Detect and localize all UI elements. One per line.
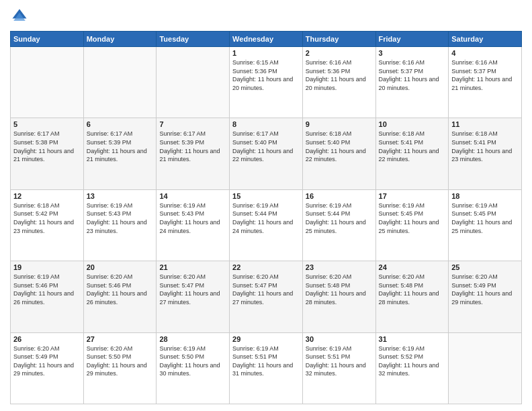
day-number: 14 bbox=[159, 192, 226, 200]
day-info: Sunrise: 6:19 AMSunset: 5:50 PMDaylight:… bbox=[159, 345, 226, 378]
calendar-cell: 30Sunrise: 6:19 AMSunset: 5:51 PMDayligh… bbox=[302, 332, 375, 404]
day-number: 22 bbox=[232, 263, 300, 271]
week-row-4: 19Sunrise: 6:19 AMSunset: 5:46 PMDayligh… bbox=[11, 261, 522, 332]
day-number: 28 bbox=[159, 335, 226, 343]
day-info: Sunrise: 6:17 AMSunset: 5:39 PMDaylight:… bbox=[87, 130, 154, 163]
day-header-tuesday: Tuesday bbox=[157, 32, 230, 47]
calendar-cell: 3Sunrise: 6:16 AMSunset: 5:37 PMDaylight… bbox=[375, 47, 449, 118]
day-info: Sunrise: 6:19 AMSunset: 5:52 PMDaylight:… bbox=[379, 345, 446, 378]
day-info: Sunrise: 6:16 AMSunset: 5:36 PMDaylight:… bbox=[306, 58, 373, 92]
calendar-cell: 16Sunrise: 6:19 AMSunset: 5:44 PMDayligh… bbox=[302, 189, 375, 261]
calendar-cell: 17Sunrise: 6:19 AMSunset: 5:45 PMDayligh… bbox=[375, 189, 449, 261]
day-number: 30 bbox=[306, 335, 373, 343]
day-number: 16 bbox=[306, 192, 373, 200]
calendar-cell: 11Sunrise: 6:18 AMSunset: 5:41 PMDayligh… bbox=[449, 118, 522, 189]
week-row-5: 26Sunrise: 6:20 AMSunset: 5:49 PMDayligh… bbox=[11, 332, 522, 404]
day-number: 26 bbox=[13, 335, 81, 343]
day-info: Sunrise: 6:19 AMSunset: 5:43 PMDaylight:… bbox=[159, 201, 226, 235]
calendar-cell: 26Sunrise: 6:20 AMSunset: 5:49 PMDayligh… bbox=[11, 332, 84, 404]
calendar-cell: 15Sunrise: 6:19 AMSunset: 5:44 PMDayligh… bbox=[230, 189, 303, 261]
day-info: Sunrise: 6:19 AMSunset: 5:46 PMDaylight:… bbox=[13, 273, 81, 306]
day-info: Sunrise: 6:20 AMSunset: 5:48 PMDaylight:… bbox=[379, 273, 446, 306]
day-header-saturday: Saturday bbox=[449, 32, 522, 47]
day-info: Sunrise: 6:19 AMSunset: 5:43 PMDaylight:… bbox=[87, 201, 154, 235]
day-number: 1 bbox=[232, 49, 300, 57]
calendar-cell: 12Sunrise: 6:18 AMSunset: 5:42 PMDayligh… bbox=[11, 189, 84, 261]
calendar-cell: 10Sunrise: 6:18 AMSunset: 5:41 PMDayligh… bbox=[375, 118, 449, 189]
calendar-cell: 6Sunrise: 6:17 AMSunset: 5:39 PMDaylight… bbox=[83, 118, 157, 189]
calendar-header-row: SundayMondayTuesdayWednesdayThursdayFrid… bbox=[11, 32, 522, 47]
day-number: 17 bbox=[379, 192, 446, 200]
day-number: 5 bbox=[13, 120, 81, 128]
day-info: Sunrise: 6:18 AMSunset: 5:41 PMDaylight:… bbox=[379, 130, 446, 163]
calendar-cell: 24Sunrise: 6:20 AMSunset: 5:48 PMDayligh… bbox=[375, 261, 449, 332]
day-info: Sunrise: 6:20 AMSunset: 5:50 PMDaylight:… bbox=[87, 345, 154, 378]
logo bbox=[10, 7, 32, 26]
logo-icon bbox=[10, 7, 29, 26]
calendar-cell: 9Sunrise: 6:18 AMSunset: 5:40 PMDaylight… bbox=[302, 118, 375, 189]
calendar-cell bbox=[11, 47, 84, 118]
day-info: Sunrise: 6:19 AMSunset: 5:51 PMDaylight:… bbox=[306, 345, 373, 378]
day-number: 27 bbox=[87, 335, 154, 343]
calendar-cell: 5Sunrise: 6:17 AMSunset: 5:38 PMDaylight… bbox=[11, 118, 84, 189]
day-info: Sunrise: 6:19 AMSunset: 5:45 PMDaylight:… bbox=[379, 201, 446, 235]
day-number: 25 bbox=[451, 263, 519, 271]
day-number: 11 bbox=[451, 120, 519, 128]
week-row-1: 1Sunrise: 6:15 AMSunset: 5:36 PMDaylight… bbox=[11, 47, 522, 118]
day-info: Sunrise: 6:19 AMSunset: 5:44 PMDaylight:… bbox=[232, 201, 300, 235]
day-number: 19 bbox=[13, 263, 81, 271]
calendar: SundayMondayTuesdayWednesdayThursdayFrid… bbox=[10, 31, 522, 404]
day-number: 23 bbox=[306, 263, 373, 271]
calendar-cell: 18Sunrise: 6:19 AMSunset: 5:45 PMDayligh… bbox=[449, 189, 522, 261]
calendar-cell: 1Sunrise: 6:15 AMSunset: 5:36 PMDaylight… bbox=[230, 47, 303, 118]
calendar-cell bbox=[157, 47, 230, 118]
day-number: 10 bbox=[379, 120, 446, 128]
day-info: Sunrise: 6:18 AMSunset: 5:40 PMDaylight:… bbox=[306, 130, 373, 163]
calendar-cell bbox=[83, 47, 157, 118]
day-info: Sunrise: 6:20 AMSunset: 5:49 PMDaylight:… bbox=[13, 345, 81, 378]
day-number: 3 bbox=[379, 49, 446, 57]
day-info: Sunrise: 6:15 AMSunset: 5:36 PMDaylight:… bbox=[232, 58, 300, 92]
calendar-cell: 31Sunrise: 6:19 AMSunset: 5:52 PMDayligh… bbox=[375, 332, 449, 404]
calendar-cell: 14Sunrise: 6:19 AMSunset: 5:43 PMDayligh… bbox=[157, 189, 230, 261]
week-row-3: 12Sunrise: 6:18 AMSunset: 5:42 PMDayligh… bbox=[11, 189, 522, 261]
day-info: Sunrise: 6:16 AMSunset: 5:37 PMDaylight:… bbox=[379, 58, 446, 92]
day-number: 24 bbox=[379, 263, 446, 271]
calendar-cell: 23Sunrise: 6:20 AMSunset: 5:48 PMDayligh… bbox=[302, 261, 375, 332]
day-header-wednesday: Wednesday bbox=[230, 32, 303, 47]
day-header-thursday: Thursday bbox=[302, 32, 375, 47]
calendar-cell: 8Sunrise: 6:17 AMSunset: 5:40 PMDaylight… bbox=[230, 118, 303, 189]
day-number: 6 bbox=[87, 120, 154, 128]
day-info: Sunrise: 6:19 AMSunset: 5:51 PMDaylight:… bbox=[232, 345, 300, 378]
day-number: 4 bbox=[451, 49, 519, 57]
day-info: Sunrise: 6:19 AMSunset: 5:44 PMDaylight:… bbox=[306, 201, 373, 235]
day-header-friday: Friday bbox=[375, 32, 449, 47]
day-number: 15 bbox=[232, 192, 300, 200]
day-info: Sunrise: 6:18 AMSunset: 5:42 PMDaylight:… bbox=[13, 201, 81, 235]
day-info: Sunrise: 6:17 AMSunset: 5:38 PMDaylight:… bbox=[13, 130, 81, 163]
day-number: 18 bbox=[451, 192, 519, 200]
day-info: Sunrise: 6:16 AMSunset: 5:37 PMDaylight:… bbox=[451, 58, 519, 92]
day-number: 20 bbox=[87, 263, 154, 271]
day-number: 29 bbox=[232, 335, 300, 343]
calendar-cell: 25Sunrise: 6:20 AMSunset: 5:49 PMDayligh… bbox=[449, 261, 522, 332]
day-info: Sunrise: 6:19 AMSunset: 5:45 PMDaylight:… bbox=[451, 201, 519, 235]
day-info: Sunrise: 6:20 AMSunset: 5:46 PMDaylight:… bbox=[87, 273, 154, 306]
day-info: Sunrise: 6:17 AMSunset: 5:40 PMDaylight:… bbox=[232, 130, 300, 163]
day-number: 8 bbox=[232, 120, 300, 128]
page: SundayMondayTuesdayWednesdayThursdayFrid… bbox=[0, 0, 532, 411]
calendar-cell: 22Sunrise: 6:20 AMSunset: 5:47 PMDayligh… bbox=[230, 261, 303, 332]
day-info: Sunrise: 6:20 AMSunset: 5:48 PMDaylight:… bbox=[306, 273, 373, 306]
day-header-monday: Monday bbox=[83, 32, 157, 47]
calendar-cell: 20Sunrise: 6:20 AMSunset: 5:46 PMDayligh… bbox=[83, 261, 157, 332]
day-info: Sunrise: 6:20 AMSunset: 5:47 PMDaylight:… bbox=[232, 273, 300, 306]
day-info: Sunrise: 6:20 AMSunset: 5:49 PMDaylight:… bbox=[451, 273, 519, 306]
day-number: 31 bbox=[379, 335, 446, 343]
day-header-sunday: Sunday bbox=[11, 32, 84, 47]
day-number: 9 bbox=[306, 120, 373, 128]
header bbox=[10, 7, 522, 26]
day-info: Sunrise: 6:18 AMSunset: 5:41 PMDaylight:… bbox=[451, 130, 519, 163]
calendar-cell: 4Sunrise: 6:16 AMSunset: 5:37 PMDaylight… bbox=[449, 47, 522, 118]
day-number: 13 bbox=[87, 192, 154, 200]
day-info: Sunrise: 6:17 AMSunset: 5:39 PMDaylight:… bbox=[159, 130, 226, 163]
